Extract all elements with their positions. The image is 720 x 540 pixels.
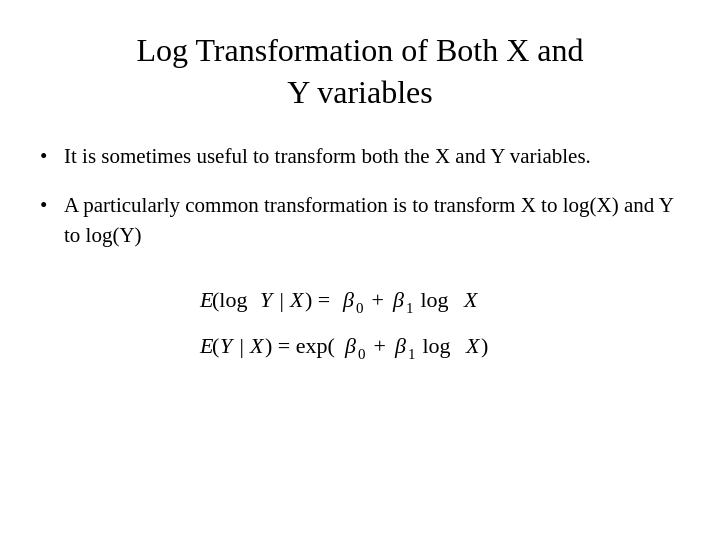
bullet-item-1: • It is sometimes useful to transform bo…	[40, 141, 680, 171]
svg-text:X: X	[249, 333, 265, 358]
svg-text:log: log	[415, 287, 454, 312]
svg-text:β: β	[394, 333, 406, 358]
svg-text:0: 0	[356, 300, 364, 316]
svg-text:X: X	[463, 287, 479, 312]
bullet-text-2: A particularly common transformation is …	[64, 190, 680, 251]
svg-text:1: 1	[408, 346, 416, 362]
formula-2: E ( Y | X ) = exp( β 0	[190, 325, 530, 363]
svg-text:|: |	[274, 287, 289, 312]
svg-text:β: β	[344, 333, 356, 358]
formula-container: E (log Y | X ) = β 0	[40, 279, 680, 363]
svg-text:1: 1	[406, 300, 414, 316]
svg-text:|: |	[234, 333, 249, 358]
svg-text:β: β	[342, 287, 354, 312]
svg-text:+: +	[366, 287, 389, 312]
formula-1: E (log Y | X ) = β 0	[190, 279, 530, 317]
slide-title: Log Transformation of Both X and Y varia…	[40, 30, 680, 113]
svg-text:X: X	[289, 287, 305, 312]
bullet-dot-1: •	[40, 141, 64, 171]
slide-container: Log Transformation of Both X and Y varia…	[0, 0, 720, 540]
svg-text:): )	[481, 333, 488, 358]
svg-text:0: 0	[358, 346, 366, 362]
svg-text:(: (	[212, 333, 219, 358]
svg-text:) = exp(: ) = exp(	[265, 333, 335, 358]
svg-text:(log: (log	[212, 287, 253, 312]
svg-text:Y: Y	[260, 287, 275, 312]
bullet-text-1: It is sometimes useful to transform both…	[64, 141, 680, 171]
svg-text:Y: Y	[220, 333, 235, 358]
svg-text:β: β	[392, 287, 404, 312]
bullet-dot-2: •	[40, 190, 64, 220]
svg-text:) =: ) =	[305, 287, 336, 312]
svg-text:X: X	[465, 333, 481, 358]
bullet-list: • It is sometimes useful to transform bo…	[40, 141, 680, 268]
svg-text:+: +	[368, 333, 391, 358]
svg-text:log: log	[417, 333, 456, 358]
bullet-item-2: • A particularly common transformation i…	[40, 190, 680, 251]
